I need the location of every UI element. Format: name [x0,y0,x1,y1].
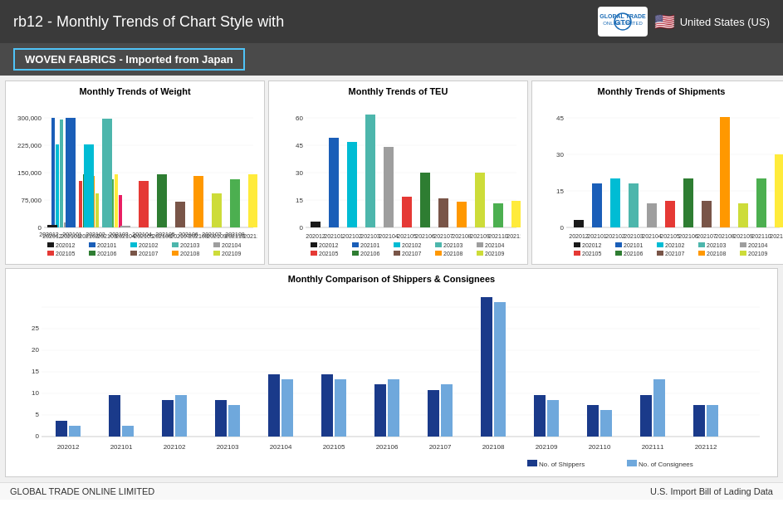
svg-rect-234 [441,384,453,437]
svg-rect-107 [475,173,485,227]
svg-rect-241 [640,395,652,437]
svg-text:202104: 202104 [485,242,504,248]
svg-rect-225 [215,400,227,437]
svg-rect-101 [365,115,375,227]
svg-text:15: 15 [296,197,303,204]
svg-rect-100 [347,142,357,227]
svg-rect-226 [228,405,240,437]
svg-text:202106: 202106 [624,251,643,256]
charts-container: Monthly Trends of Weight 300,000 225,000… [0,76,783,482]
svg-rect-236 [494,302,506,437]
svg-text:202103: 202103 [443,242,462,248]
svg-text:202108: 202108 [188,233,208,239]
svg-text:202103: 202103 [360,233,379,239]
svg-text:202107: 202107 [433,233,453,239]
svg-text:202107: 202107 [139,251,158,256]
svg-rect-132 [311,251,317,256]
page-title: rb12 - Monthly Trends of Chart Style wit… [13,13,284,31]
svg-rect-232 [388,379,399,437]
svg-rect-38 [47,225,57,227]
svg-rect-192 [615,251,622,256]
svg-text:202106: 202106 [360,251,379,256]
svg-rect-46 [193,176,203,227]
svg-rect-186 [698,242,705,247]
svg-rect-182 [615,242,622,247]
svg-text:25: 25 [32,325,39,332]
svg-text:202103: 202103 [97,233,116,239]
svg-text:202107: 202107 [402,251,421,256]
svg-text:202012: 202012 [306,233,325,239]
svg-text:5: 5 [36,411,40,418]
svg-text:202102: 202102 [342,233,361,239]
svg-text:202103: 202103 [180,242,199,248]
weight-chart-inner: 300,000 225,000 150,000 75,000 0 [12,100,257,261]
svg-rect-242 [653,379,665,437]
svg-rect-104 [420,173,430,227]
svg-rect-196 [698,251,705,256]
svg-text:202109: 202109 [536,443,558,451]
svg-rect-258 [527,460,537,466]
svg-rect-62 [47,242,54,247]
svg-rect-68 [172,242,179,247]
svg-text:0: 0 [300,224,304,232]
svg-text:10: 10 [32,389,39,397]
weight-chart: Monthly Trends of Weight 300,000 225,000… [5,81,265,265]
svg-text:GTO: GTO [614,18,630,27]
svg-rect-106 [457,202,467,227]
svg-text:202111: 202111 [642,443,664,451]
svg-rect-230 [335,379,346,437]
svg-text:202102: 202102 [164,443,186,451]
svg-text:202110: 202110 [751,233,771,239]
svg-rect-124 [352,242,359,247]
svg-rect-122 [311,242,317,247]
svg-rect-103 [402,197,412,227]
svg-rect-163 [702,201,712,227]
svg-text:202109: 202109 [207,233,226,239]
filter-bar: WOVEN FABRICS - Imported from Japan [0,43,783,76]
svg-rect-41 [102,119,112,227]
svg-rect-17 [51,118,55,227]
svg-rect-184 [657,242,663,247]
teu-chart: Monthly Trends of TEU 60 45 30 15 0 [268,81,528,265]
svg-rect-19 [60,120,63,227]
svg-text:202105: 202105 [134,233,153,239]
svg-rect-70 [213,242,220,247]
svg-text:30: 30 [296,169,303,177]
svg-text:45: 45 [556,115,564,122]
svg-rect-45 [175,202,185,227]
svg-rect-159 [629,183,639,227]
svg-text:202101: 202101 [324,233,343,239]
footer: GLOBAL TRADE ONLINE LIMITED U.S. Import … [0,482,783,500]
filter-label: WOVEN FABRICS - Imported from Japan [13,48,245,71]
comparison-chart: Monthly Comparison of Shippers & Consign… [5,268,778,477]
svg-text:202107: 202107 [170,233,189,239]
svg-rect-243 [693,405,705,437]
svg-rect-188 [740,242,746,247]
svg-rect-43 [139,181,149,227]
svg-text:202101: 202101 [97,242,116,248]
teu-chart-title: Monthly Trends of TEU [276,86,521,96]
svg-rect-18 [56,144,59,227]
svg-text:30: 30 [556,151,564,159]
svg-rect-157 [592,183,602,227]
svg-rect-76 [130,251,137,256]
shipments-chart-title: Monthly Trends of Shipments [539,86,783,96]
svg-rect-161 [665,201,675,227]
svg-text:202107: 202107 [697,233,716,239]
svg-rect-99 [329,138,339,227]
svg-rect-74 [89,251,95,256]
svg-rect-166 [756,178,766,227]
footer-right: U.S. Import Bill of Lading Data [650,486,773,496]
svg-text:300,000: 300,000 [17,115,42,122]
svg-text:0: 0 [38,224,42,232]
svg-rect-162 [683,178,693,227]
svg-rect-49 [248,174,257,227]
svg-text:202105: 202105 [582,251,601,256]
svg-rect-160 [647,203,657,227]
svg-text:150,000: 150,000 [17,169,42,177]
svg-text:45: 45 [296,142,303,149]
svg-rect-78 [172,251,179,256]
svg-rect-138 [435,251,442,256]
svg-rect-238 [547,400,559,437]
svg-rect-223 [162,400,174,437]
